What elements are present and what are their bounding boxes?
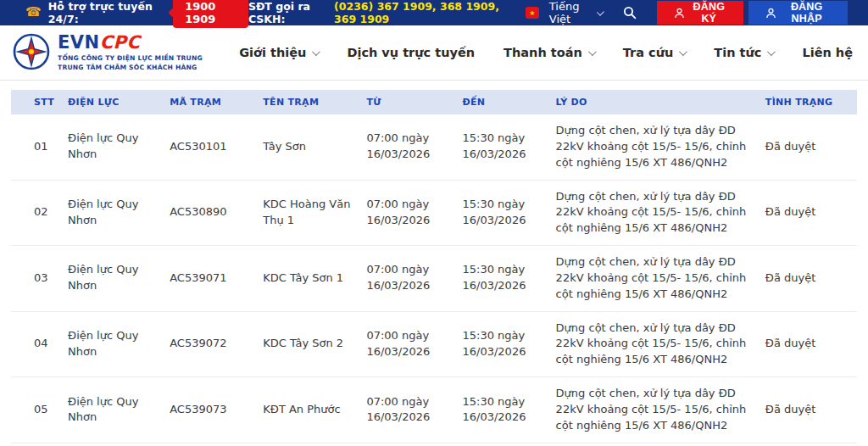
col-header-stt: STT bbox=[11, 90, 68, 114]
nav-item-dich-vu-truc-tuyen[interactable]: Dịch vụ trực tuyến bbox=[347, 46, 475, 59]
cell-station-name: KDC Hoàng Văn Thụ 1 bbox=[263, 180, 366, 246]
col-header-ma-tram: MÃ TRẠM bbox=[170, 90, 263, 114]
cell-station-code: AC539156 bbox=[170, 443, 263, 446]
cell-status: Đã duyệt bbox=[765, 377, 857, 443]
search-icon[interactable] bbox=[611, 6, 652, 20]
company-line2: TRUNG TÂM CHĂM SÓC KHÁCH HÀNG bbox=[58, 63, 203, 72]
cell-power-company: Điện lực Quy Nhơn bbox=[68, 443, 170, 446]
cell-power-company: Điện lực Quy Nhơn bbox=[68, 246, 170, 312]
nav-label: Liên hệ bbox=[802, 46, 853, 59]
vietnam-flag-icon: ★ bbox=[526, 7, 539, 19]
brand-name: EVNCPC bbox=[58, 33, 203, 52]
cell-station-name: KDC Tây Sơn 2 bbox=[263, 311, 366, 377]
chevron-down-icon bbox=[588, 47, 597, 56]
col-header-dien-luc: ĐIỆN LỰC bbox=[68, 90, 170, 114]
cell-station-name: KDC Tây Sơn 1 bbox=[263, 246, 366, 312]
table-row: 05 Điện lực Quy Nhơn AC539073 KĐT An Phư… bbox=[11, 377, 857, 443]
cell-station-code: AC539071 bbox=[170, 246, 263, 312]
nav-item-tin-tuc[interactable]: Tin tức bbox=[714, 46, 773, 59]
outage-table-section: STT ĐIỆN LỰC MÃ TRẠM TÊN TRẠM TỪ ĐẾN LÝ … bbox=[0, 81, 868, 446]
cell-to: 15:30 ngày 16/03/2026 bbox=[463, 180, 556, 246]
nav-item-thanh-toan[interactable]: Thanh toán bbox=[504, 46, 594, 59]
cell-power-company: Điện lực Quy Nhơn bbox=[68, 311, 170, 377]
cell-to: 15:30 ngày 16/03/2026 bbox=[463, 311, 556, 377]
col-header-ly-do: LÝ DO bbox=[556, 90, 765, 114]
evn-star-icon bbox=[13, 33, 50, 70]
phone-icon: ☎ bbox=[25, 6, 42, 19]
cell-reason: Dựng cột chen, xử lý tựa dây ĐD 22kV kho… bbox=[556, 114, 765, 180]
cell-stt: 01 bbox=[11, 114, 68, 180]
cell-status: Đã duyệt bbox=[765, 311, 857, 377]
cell-status: Đã duyệt bbox=[765, 180, 857, 246]
register-button[interactable]: ĐĂNG KÝ bbox=[657, 1, 743, 25]
cell-reason: Dựng cột chen, xử lý tựa dây ĐD 22kV kho… bbox=[556, 246, 765, 312]
cell-station-name: TBA KDC Hoàng Văn Thụ 2 bbox=[263, 443, 366, 446]
table-row: 03 Điện lực Quy Nhơn AC539071 KDC Tây Sơ… bbox=[11, 246, 857, 312]
cell-reason: Dựng cột chen, xử lý tựa dây ĐD 22kV kho… bbox=[556, 443, 765, 446]
cell-reason: Dựng cột chen, xử lý tựa dây ĐD 22kV kho… bbox=[556, 180, 765, 246]
cell-stt: 06 bbox=[11, 443, 68, 446]
register-label: ĐĂNG KÝ bbox=[691, 1, 726, 25]
cell-station-code: AC539073 bbox=[170, 377, 263, 443]
topbar: ☎ Hỗ trợ trực tuyến 24/7: 1900 1909 SĐT … bbox=[0, 0, 868, 25]
company-name: TỔNG CÔNG TY ĐIỆN LỰC MIỀN TRUNG TRUNG T… bbox=[58, 53, 203, 73]
cell-station-code: AC530890 bbox=[170, 180, 263, 246]
evncpc-logo[interactable]: EVNCPC TỔNG CÔNG TY ĐIỆN LỰC MIỀN TRUNG … bbox=[13, 33, 203, 73]
cell-station-name: Tây Sơn bbox=[263, 114, 366, 180]
cell-reason: Dựng cột chen, xử lý tựa dây ĐD 22kV kho… bbox=[556, 311, 765, 377]
col-header-tinh-trang: TÌNH TRẠNG bbox=[765, 90, 857, 114]
language-selector[interactable]: Tiếng Việt bbox=[549, 0, 601, 25]
col-header-den: ĐẾN bbox=[463, 90, 556, 114]
chevron-down-icon bbox=[596, 8, 604, 15]
chevron-down-icon bbox=[767, 47, 776, 56]
cell-station-code: AC539072 bbox=[170, 311, 263, 377]
cell-to: 15:30 ngày 16/03/2026 bbox=[463, 443, 556, 446]
cell-power-company: Điện lực Quy Nhơn bbox=[68, 180, 170, 246]
outage-table: STT ĐIỆN LỰC MÃ TRẠM TÊN TRẠM TỪ ĐẾN LÝ … bbox=[11, 90, 857, 446]
cell-from: 07:00 ngày 16/03/2026 bbox=[366, 443, 462, 446]
table-row: 01 Điện lực Quy Nhơn AC530101 Tây Sơn 07… bbox=[11, 114, 857, 180]
outage-table-body: 01 Điện lực Quy Nhơn AC530101 Tây Sơn 07… bbox=[11, 114, 857, 446]
col-header-tu: TỪ bbox=[366, 90, 462, 114]
table-row: 06 Điện lực Quy Nhơn AC539156 TBA KDC Ho… bbox=[11, 443, 857, 446]
cell-to: 15:30 ngày 16/03/2026 bbox=[463, 114, 556, 180]
cell-to: 15:30 ngày 16/03/2026 bbox=[463, 246, 556, 312]
nav-item-gioi-thieu[interactable]: Giới thiệu bbox=[239, 46, 318, 59]
login-button[interactable]: ĐĂNG NHẬP bbox=[748, 1, 848, 25]
cskh-numbers: (0236) 367 1909, 368 1909, 369 1909 bbox=[334, 0, 510, 25]
hotline-number-badge[interactable]: 1900 1909 bbox=[173, 0, 248, 28]
nav-item-lien-he[interactable]: Liên hệ bbox=[802, 46, 853, 59]
cell-status: Đã duyệt bbox=[765, 443, 857, 446]
cskh-label: SĐT gọi ra CSKH: bbox=[248, 0, 329, 25]
main-nav: Giới thiệu Dịch vụ trực tuyến Thanh toán… bbox=[239, 46, 853, 59]
table-row: 04 Điện lực Quy Nhơn AC539072 KDC Tây Sơ… bbox=[11, 311, 857, 377]
cell-status: Đã duyệt bbox=[765, 114, 857, 180]
cell-station-code: AC530101 bbox=[170, 114, 263, 180]
nav-label: Thanh toán bbox=[504, 46, 582, 59]
person-icon bbox=[765, 8, 776, 19]
cell-stt: 05 bbox=[11, 377, 68, 443]
col-header-ten-tram: TÊN TRẠM bbox=[263, 90, 366, 114]
cell-stt: 02 bbox=[11, 180, 68, 246]
cell-from: 07:00 ngày 16/03/2026 bbox=[366, 377, 462, 443]
cell-from: 07:00 ngày 16/03/2026 bbox=[366, 180, 462, 246]
nav-label: Tin tức bbox=[714, 46, 761, 59]
table-header-row: STT ĐIỆN LỰC MÃ TRẠM TÊN TRẠM TỪ ĐẾN LÝ … bbox=[11, 90, 857, 114]
nav-item-tra-cuu[interactable]: Tra cứu bbox=[623, 46, 686, 59]
language-label: Tiếng Việt bbox=[549, 0, 592, 25]
hotline-group: ☎ Hỗ trợ trực tuyến 24/7: 1900 1909 bbox=[0, 0, 248, 25]
cell-power-company: Điện lực Quy Nhơn bbox=[68, 377, 170, 443]
chevron-down-icon bbox=[679, 47, 687, 56]
support-label: Hỗ trợ trực tuyến 24/7: bbox=[48, 0, 158, 25]
company-line1: TỔNG CÔNG TY ĐIỆN LỰC MIỀN TRUNG bbox=[58, 53, 203, 63]
cell-from: 07:00 ngày 16/03/2026 bbox=[366, 114, 462, 180]
cell-status: Đã duyệt bbox=[765, 246, 857, 312]
cell-stt: 03 bbox=[11, 246, 68, 312]
person-icon bbox=[674, 8, 685, 19]
cell-station-name: KĐT An Phước bbox=[263, 377, 366, 443]
site-header: EVNCPC TỔNG CÔNG TY ĐIỆN LỰC MIỀN TRUNG … bbox=[0, 25, 868, 81]
table-row: 02 Điện lực Quy Nhơn AC530890 KDC Hoàng … bbox=[11, 180, 857, 246]
cell-to: 15:30 ngày 16/03/2026 bbox=[463, 377, 556, 443]
cell-from: 07:00 ngày 16/03/2026 bbox=[366, 246, 462, 312]
nav-label: Giới thiệu bbox=[239, 46, 306, 59]
